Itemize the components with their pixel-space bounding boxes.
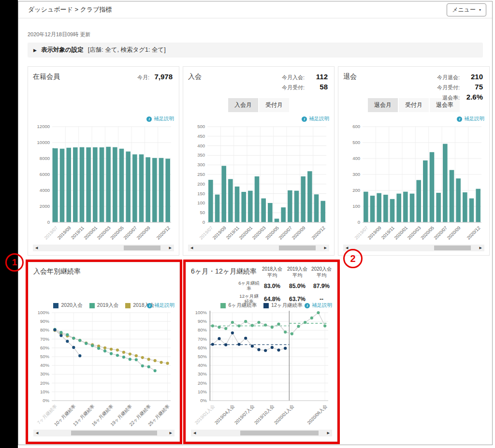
scroll-right-icon[interactable]: ▶ (167, 431, 175, 435)
scrollbar-thumb[interactable] (434, 246, 471, 250)
display-settings-bar[interactable]: ▶ 表示対象の設定 [店舗: 全て, 検索タグ1: 全て] (28, 43, 483, 58)
svg-text:2020/01: 2020/01 (238, 225, 253, 241)
supplement-link[interactable]: i 補足説明 (147, 302, 175, 309)
tab-reception-month[interactable]: 受付月 (399, 98, 429, 112)
svg-text:600: 600 (352, 124, 360, 129)
stat-row: 今月受付: 58 (282, 83, 328, 91)
legend-swatch (220, 303, 226, 308)
supplement-link[interactable]: i 補足説明 (305, 302, 332, 309)
scrollbar-thumb[interactable] (279, 246, 316, 250)
bottom-cards-row: 入会年別継続率 2020入会 2019入会 2018 (26, 260, 483, 444)
annotation-box-1: 入会年別継続率 2020入会 2019入会 2018 (26, 260, 182, 444)
svg-text:100: 100 (352, 203, 360, 209)
svg-text:20%: 20% (198, 380, 207, 386)
svg-text:80%: 80% (198, 327, 207, 332)
scroll-right-icon[interactable]: ▶ (167, 246, 174, 250)
scrollbar-track[interactable] (195, 245, 321, 251)
chart-scrollbar[interactable]: ◀ ▶ (33, 430, 175, 436)
svg-text:2020/07: 2020/07 (122, 225, 138, 241)
chart-scrollbar[interactable]: ◀ ▶ (33, 245, 174, 251)
stat-value: 2.6% (463, 93, 483, 101)
yearly-retention-line-chart: 0%10%20%30%40%50%60%70%80%90%100%7ヶ月継続率1… (33, 310, 175, 429)
svg-text:200: 200 (352, 188, 360, 193)
svg-text:500: 500 (197, 124, 205, 129)
svg-text:0%: 0% (43, 398, 49, 403)
supplement-link[interactable]: i 補足説明 (33, 115, 174, 123)
svg-text:500: 500 (352, 140, 360, 145)
scroll-left-icon[interactable]: ◀ (191, 431, 198, 435)
svg-text:2020/01入会: 2020/01入会 (273, 403, 295, 425)
chart-scrollbar[interactable]: ◀ ▶ (343, 245, 484, 251)
stat-label: 今月: (137, 74, 149, 81)
stat-value: 210 (463, 72, 483, 81)
svg-text:100%: 100% (38, 310, 50, 315)
col-subheader-text: 平均 (317, 273, 326, 278)
scroll-left-icon[interactable]: ◀ (188, 246, 195, 250)
scrollbar-thumb[interactable] (124, 246, 160, 250)
svg-text:40%: 40% (198, 362, 207, 368)
tab-leave-month[interactable]: 退会月 (368, 98, 398, 112)
scroll-right-icon[interactable]: ▶ (322, 246, 329, 250)
menu-button-label: メニュー (452, 6, 476, 14)
card-members: 在籍会員 今月: 7,978 i 補足説明 020004000600080001… (28, 66, 179, 256)
page-content: 2020年12月18日09時 更新 ▶ 表示対象の設定 [店舗: 全て, 検索タ… (18, 31, 492, 444)
expand-arrow-icon: ▶ (33, 48, 37, 53)
svg-text:10%: 10% (198, 389, 207, 394)
stat-row: 今月退会: 210 (437, 72, 483, 81)
legend-item-12mo[interactable]: 12ヶ月継続率 (263, 302, 302, 309)
annotation-marker-2: 2 (343, 249, 363, 268)
chart-scrollbar[interactable]: ◀ ▶ (191, 430, 332, 436)
table-cell: 87.9% (310, 283, 333, 289)
svg-text:10000: 10000 (37, 140, 50, 145)
stat-label: 退会率: (442, 94, 460, 101)
card-join: 入会 今月入会: 112 今月受付: 58 入会月 受付月 (183, 66, 335, 256)
table-col-header: 2018入会 平均 (260, 266, 285, 278)
leave-bar-chart: 01002003004005006002019/072019/092019/11… (343, 123, 484, 244)
tab-join-month[interactable]: 入会月 (228, 98, 258, 112)
scrollbar-thumb[interactable] (240, 431, 319, 435)
svg-text:0: 0 (47, 219, 50, 225)
svg-text:400: 400 (197, 143, 205, 148)
svg-text:2020/03: 2020/03 (407, 225, 422, 241)
tab-reception-month[interactable]: 受付月 (259, 98, 289, 112)
scroll-right-icon[interactable]: ▶ (325, 431, 332, 435)
card-members-stats: 今月: 7,978 (137, 72, 173, 83)
stat-value: 58 (307, 83, 328, 91)
menu-button[interactable]: メニュー ▾ (447, 3, 486, 16)
supplement-label: 補足説明 (312, 302, 332, 309)
svg-text:2020/09: 2020/09 (291, 225, 306, 241)
svg-text:200: 200 (197, 181, 205, 187)
scrollbar-track[interactable] (41, 430, 167, 436)
svg-text:2020/05: 2020/05 (420, 225, 435, 241)
scrollbar-track[interactable] (198, 430, 324, 436)
scrollbar-track[interactable] (40, 245, 166, 251)
stat-value: 75 (463, 83, 483, 91)
scroll-left-icon[interactable]: ◀ (33, 431, 41, 435)
members-bar-chart: 0200040006000800010000120002019/072019/0… (33, 123, 174, 244)
legend-item-2019[interactable]: 2019入会 (89, 302, 118, 309)
legend-item-2020[interactable]: 2020入会 (53, 302, 82, 309)
svg-text:2020/03: 2020/03 (251, 225, 267, 241)
settings-label: 表示対象の設定 (41, 46, 84, 54)
supplement-link[interactable]: i 補足説明 (188, 115, 329, 123)
svg-text:2020/05: 2020/05 (264, 225, 280, 241)
legend-item-6mo[interactable]: 6ヶ月継続率 (220, 302, 257, 309)
supplement-label: 補足説明 (154, 116, 174, 122)
scroll-right-icon[interactable]: ▶ (477, 246, 484, 250)
card-six-twelve-retention: 6ヶ月・12ヶ月継続率 2018入会 平均 2019入会 平均 2020入会 (186, 262, 337, 442)
join-tabs: 入会月 受付月 (228, 98, 289, 112)
scroll-left-icon[interactable]: ◀ (33, 246, 40, 250)
app-window: ダッシュボード > クラブ指標 メニュー ▾ 2020年12月18日09時 更新… (18, 1, 493, 445)
svg-text:90%: 90% (40, 318, 50, 324)
chart-scrollbar[interactable]: ◀ ▶ (188, 245, 329, 251)
left-black-border (0, 0, 18, 448)
col-header-text: 2020入会 (311, 266, 332, 272)
scrollbar-thumb[interactable] (71, 431, 157, 435)
scrollbar-track[interactable] (350, 245, 477, 251)
svg-text:50%: 50% (198, 354, 207, 359)
svg-text:100: 100 (197, 200, 205, 205)
col-header-text: 2019入会 (287, 266, 307, 272)
svg-text:10%: 10% (40, 389, 50, 394)
supplement-link[interactable]: i 補足説明 (343, 115, 484, 123)
stat-row: 今月入会: 112 (282, 72, 328, 81)
